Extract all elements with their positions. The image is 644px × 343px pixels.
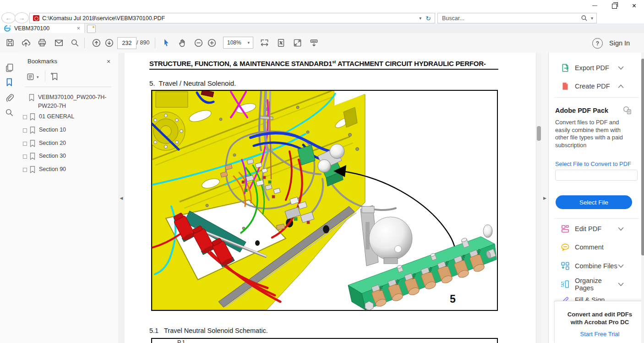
subsection-title: 5.1 Travel Neutral Solenoid Schematic.	[149, 327, 268, 334]
search-box[interactable]: ▾	[437, 13, 597, 23]
select-file-button[interactable]: Select File	[556, 195, 632, 209]
close-panel-icon[interactable]: ×	[104, 56, 114, 66]
comment-icon	[561, 243, 570, 252]
fit-width-button[interactable]	[257, 35, 272, 50]
page-thumbnails-button[interactable]	[3, 61, 16, 74]
page-number-input[interactable]	[117, 37, 136, 49]
fullscreen-button[interactable]	[289, 35, 305, 50]
collapse-panel-strip[interactable]: ◀	[118, 53, 125, 343]
fit-page-button[interactable]	[273, 35, 289, 50]
create-pdf-icon	[561, 82, 570, 91]
new-bookmark-button[interactable]	[49, 72, 59, 81]
bookmark-icon	[29, 166, 36, 173]
start-free-trial-link[interactable]: Start Free Trial	[555, 331, 644, 337]
search-panel-button[interactable]	[3, 106, 16, 119]
tool-label: Organize Pages	[575, 277, 618, 292]
bookmark-item-01-general[interactable]: 01 GENERAL	[18, 112, 118, 121]
toolbar-divider	[155, 38, 155, 48]
save-button[interactable]	[2, 35, 18, 50]
expand-box[interactable]	[23, 155, 27, 159]
document-scrollbar-thumb[interactable]	[537, 126, 541, 141]
collapse-toolbar-button[interactable]	[306, 35, 322, 50]
close-button[interactable]: ×	[624, 0, 644, 12]
print-button[interactable]	[34, 35, 50, 50]
share-button[interactable]	[18, 35, 33, 50]
tool-create-pdf[interactable]: Create PDF	[549, 78, 639, 94]
expand-box[interactable]	[23, 168, 27, 172]
sign-in-label: Sign In	[609, 39, 630, 47]
select-file-link[interactable]: Select File to Convert to PDF	[555, 160, 631, 167]
expand-panel-strip[interactable]: ▶	[541, 53, 548, 343]
search-icon[interactable]	[581, 15, 588, 22]
zoom-in-icon	[207, 39, 216, 47]
expand-panel-icon[interactable]: ▶	[543, 196, 546, 200]
search-dropdown-icon[interactable]: ▾	[588, 16, 596, 21]
bookmark-item-section-10[interactable]: Section 10	[18, 126, 118, 134]
email-icon	[55, 39, 63, 47]
search-input[interactable]	[438, 15, 581, 22]
bookmark-icon	[28, 94, 35, 101]
page-up-icon	[92, 39, 101, 47]
machine-illustration: V01 V02 V03 V04 V05 V06 V07 5	[152, 91, 497, 310]
bookmark-item-section-20[interactable]: Section 20	[18, 139, 118, 148]
forward-button[interactable]: →	[15, 12, 29, 23]
bookmark-item-root[interactable]: VEBM370100_PW200-7H-PW220-7H	[18, 93, 118, 111]
next-page-button[interactable]	[101, 35, 117, 50]
new-tab-button[interactable]	[87, 25, 96, 33]
restore-button[interactable]	[605, 0, 624, 12]
refresh-icon[interactable]: ↻	[425, 15, 435, 22]
tool-edit-pdf[interactable]: Edit PDF	[549, 221, 639, 237]
bookmarks-panel-button[interactable]	[3, 76, 16, 89]
address-dropdown-icon[interactable]: ▾	[416, 16, 425, 21]
email-button[interactable]	[51, 35, 66, 50]
panel-scrollbar-thumb[interactable]	[641, 59, 644, 255]
address-bar[interactable]: C:\Komatsu Jul 2018\service\VEBM370100.P…	[29, 13, 435, 23]
back-button[interactable]: ←	[1, 12, 16, 23]
internet-explorer-icon	[4, 25, 11, 32]
minimize-button[interactable]: —	[585, 0, 605, 12]
attachments-panel-button[interactable]	[3, 91, 16, 104]
schematic-box: P.1	[151, 338, 498, 343]
window-title-bar: — ×	[0, 0, 644, 12]
minimize-icon: —	[592, 3, 597, 7]
address-url[interactable]: C:\Komatsu Jul 2018\service\VEBM370100.P…	[42, 15, 416, 22]
bookmark-item-section-90[interactable]: Section 90	[18, 165, 118, 174]
find-icon	[71, 39, 79, 47]
figure-number-label: 5	[450, 293, 456, 305]
tool-export-pdf[interactable]: Export PDF	[549, 60, 639, 76]
options-list-icon	[27, 73, 35, 81]
collapse-panel-icon[interactable]: ◀	[120, 196, 123, 200]
zoom-in-button[interactable]	[204, 35, 219, 50]
acrobat-pro-promo: Convert and edit PDFs with Acrobat Pro D…	[554, 301, 644, 343]
new-bookmark-icon	[49, 72, 59, 81]
expand-box[interactable]	[23, 142, 27, 146]
select-tool-button[interactable]	[158, 35, 174, 50]
bookmark-label: Section 90	[39, 165, 109, 174]
hand-tool-button[interactable]	[175, 35, 190, 50]
tab-close-icon[interactable]: ×	[76, 25, 80, 32]
tool-comment[interactable]: Comment	[549, 239, 639, 255]
bookmark-label: VEBM370100_PW200-7H-PW220-7H	[38, 93, 108, 111]
find-button[interactable]	[67, 35, 82, 50]
close-icon: ×	[632, 2, 636, 10]
page-count: / 890	[136, 37, 149, 48]
expand-box[interactable]	[23, 115, 27, 119]
forward-icon: →	[19, 14, 25, 22]
expand-box[interactable]	[23, 128, 27, 133]
toolbar-divider	[84, 38, 85, 48]
zoom-level-select[interactable]: 108% ▾	[223, 37, 253, 49]
tool-organize-pages[interactable]: Organize Pages	[549, 277, 639, 292]
tab-bar: VEBM370100 ×	[0, 23, 644, 33]
bookmark-options-button[interactable]: ▾	[27, 73, 39, 81]
panel-scrollbar[interactable]	[641, 53, 644, 343]
organize-pages-icon	[561, 280, 570, 289]
file-input-field[interactable]	[555, 170, 638, 181]
bookmark-item-section-30[interactable]: Section 30	[18, 152, 118, 160]
combine-files-icon	[561, 261, 570, 271]
promo-line1: Convert and edit PDFs	[555, 310, 644, 318]
help-button[interactable]: ?	[592, 38, 603, 49]
sign-in-button[interactable]: Sign In	[609, 37, 630, 50]
pdf-page: STRUCTURE, FUNCTION, & MAINTENANCE STAND…	[125, 53, 536, 343]
tab-vebm370100[interactable]: VEBM370100 ×	[0, 23, 85, 33]
tool-combine-files[interactable]: Combine Files	[549, 258, 639, 274]
